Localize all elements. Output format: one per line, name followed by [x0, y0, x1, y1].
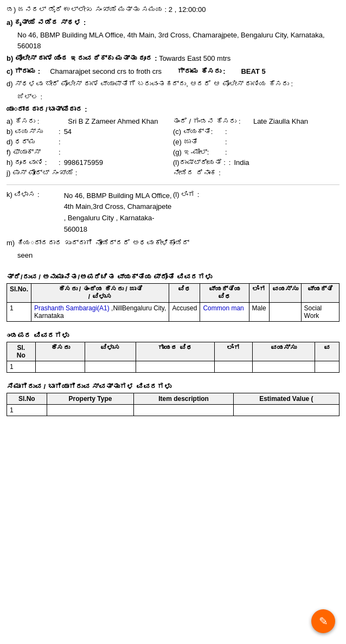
gender-col: (c) ವ್ಯಕ್ತಿ: : [173, 127, 339, 138]
accused-col-slno: Sl.No. [7, 283, 31, 302]
property-row-1: 1 [7, 404, 339, 416]
direction-distance-line: b) ಪೊಲೀಸ್ ಠಾಣೆ ಯಿಂದ ಇರುವ ದಿಕ್ಕು ಮತ್ತು ದೂ… [7, 53, 339, 64]
gd-reference-line: ಡ) ಜನರಲ್ ಡೈರಿ ಉಲ್ಲೇಖ ಸಂಖ್ಯೆ ಮತ್ತು ಸಮಯ : … [7, 4, 339, 15]
accused-name-1: Prashanth Sambaragi(A1) ,NillBengaluru C… [31, 302, 169, 321]
phone-nationality-row: h) ದೂರವಾಣಿ : : 9986175959 (l)ರಾಷ್ಟ್ರೀಯತೆ… [7, 158, 339, 169]
victim-row-1: 1 [7, 361, 339, 372]
victim-col-age: ವಯಸ್ಸು [253, 342, 315, 361]
victim-col-slno: Sl.No [7, 342, 36, 361]
accused-col-name: ಹೆಸರು / ತಂದೆಯ ಹೆಸರು / ಜಾತಿ/ ವಿಳಾಸ [31, 283, 169, 302]
victim-injury-1 [136, 361, 214, 372]
victim-table: Sl.No ಹೆಸರು ವಿಳಾಸ ಗಾಯದ ವಿಧ ಲಿಂಗ ವಯಸ್ಸು ವ… [7, 342, 339, 373]
victim-address-1 [85, 361, 136, 372]
accused-age-1 [269, 302, 301, 321]
passport-row: j) ಪಾಸ್ ಪೋರ್ಟ್ ಸಂಖ್ಯೆ : ನೀಡಿದ ದಿನಾಂಕ : [7, 169, 339, 179]
accused-table-header: Sl.No. ಹೆಸರು / ತಂದೆಯ ಹೆಸರು / ಜಾತಿ/ ವಿಳಾಸ… [7, 283, 339, 302]
victim-col-name: ಹೆಸರು [35, 342, 85, 361]
main-page: ಡ) ಜನರಲ್ ಡೈರಿ ಉಲ್ಲೇಖ ಸಂಖ್ಯೆ ಮತ್ತು ಸಮಯ : … [0, 0, 346, 420]
phone-col: h) ದೂರವಾಣಿ : : 9986175959 [7, 158, 173, 169]
father-col: ತಂದೆ / ಗಂಡನ ಹೆಸರು : Late Ziaulla Khan [173, 117, 339, 127]
fax-email-row: f) ಫ್ಯಾಕ್ಸ್ : (g) ಇ-ಮೇಲ್: : [7, 148, 339, 158]
passport-col: j) ಪಾಸ್ ಪೋರ್ಟ್ ಸಂಖ್ಯೆ : [7, 169, 173, 179]
victim-slno-1: 1 [7, 361, 36, 372]
victim-other-1 [315, 361, 339, 372]
complainant-section-label: ಯಾರ್ಾದದಾರ/ಬಾತ್ಮಿದಾರ : [7, 104, 339, 115]
property-section-title: ಸಿಮಾಗಿರುವ / ಬಾಗಿಯಾಗಿರುವ ಸ್ವತ್ತುಗಳ ವಿವರಗಳ… [7, 382, 339, 391]
seen-label: m) ಹಿಯರ್ಾದದಾರ ಖುದ್ದಾಗಿ ನೋಡಿದ್ದರೆ ಅಥವಾ ಕೇ… [7, 238, 339, 248]
property-col-slno: Sl.No [7, 393, 47, 404]
victim-section-title: ಂಡಪರ ವಿವರಗಳು [7, 331, 339, 340]
gender2-col: (l) ಲಿಂಗ : [173, 190, 339, 238]
name-father-row: a) ಹೆಸರು : Sri B Z Zameer Ahmed Khan ತಂದ… [7, 117, 339, 127]
address-gender2-row: k) ವಿಳಾಸ : No 46, BBMP Building MLA Offi… [7, 190, 339, 238]
age-col: b) ವಯಸ್ಸು : 54 [7, 127, 173, 138]
accused-col-gender: ಲಿಂಗ [249, 283, 269, 302]
victim-gender-1 [214, 361, 252, 372]
accused-section-title: ತ್ರಿ/ರುವ / ಅನುಮಾನಿತ/ಅಪರಿಚಿತ ವ್ಯಕ್ತಿಯ ಪ್ರ… [7, 273, 339, 281]
address-col: k) ವಿಳಾಸ : No 46, BBMP Building MLA Offi… [7, 190, 173, 238]
crime-location-value: No 46, BBMP Building MLA Office, 4th Mai… [7, 30, 339, 51]
section-divider-1 [7, 184, 339, 185]
accused-slno-1: 1 [7, 302, 31, 321]
nationality-col: (l)ರಾಷ್ಟ್ರೀಯತೆ : : India [173, 158, 339, 169]
name-col: a) ಹೆಸರು : Sri B Z Zameer Ahmed Khan [7, 117, 173, 127]
accused-col-occupation: ವ್ಯಕ್ತಿ [301, 283, 339, 302]
victim-col-injury: ಗಾಯದ ವಿಧ [136, 342, 214, 361]
district-label: ಜಿಲ್ಲ : [7, 92, 339, 103]
accused-col-person-type: ವ್ಯಕ್ತಿಯ ವಿಧ [200, 283, 249, 302]
property-col-value: Estimated Value ( [233, 393, 339, 404]
property-value-1 [233, 404, 339, 416]
property-col-type: Property Type [47, 393, 134, 404]
issued-col: ನೀಡಿದ ದಿನಾಂಕ : [173, 169, 339, 179]
other-station-line: d) ಸ್ಥಳವು ಬೇರೆ ಪೊಲೀಸ್ ಠಾಣೆ ವ್ಯಾಪ್ತಿಗೆ ಬರ… [7, 79, 339, 90]
property-table: Sl.No Property Type Item description Est… [7, 393, 339, 416]
accused-col-vidha: ವಿಧ [169, 283, 200, 302]
victim-table-header: Sl.No ಹೆಸರು ವಿಳಾಸ ಗಾಯದ ವಿಧ ಲಿಂಗ ವಯಸ್ಸು ವ [7, 342, 339, 361]
accused-vidha-1: Accused [169, 302, 200, 321]
fax-col: f) ಫ್ಯಾಕ್ಸ್ : [7, 148, 173, 158]
accused-row-1: 1 Prashanth Sambaragi(A1) ,NillBengaluru… [7, 302, 339, 321]
religion-caste-row: d) ಧರ್ಮ : (e) ಜಾತಿ : [7, 138, 339, 148]
victim-name-1 [35, 361, 85, 372]
seen-value: seen [7, 250, 339, 261]
religion-col: d) ಧರ್ಮ : [7, 138, 173, 148]
email-col: (g) ಇ-ಮೇಲ್: : [173, 148, 339, 158]
property-type-1 [47, 404, 134, 416]
victim-col-address: ವಿಳಾಸ [85, 342, 136, 361]
village-line: c) ಗ್ರಾಮ : Chamarajpet second crs to fro… [7, 66, 339, 77]
age-gender-row: b) ವಯಸ್ಸು : 54 (c) ವ್ಯಕ್ತಿ: : [7, 127, 339, 138]
accused-col-age: ವಯಸ್ಸು [269, 283, 301, 302]
accused-occupation-1: Social Work [301, 302, 339, 321]
victim-col-gender: ಲಿಂಗ [214, 342, 252, 361]
property-col-desc: Item description [134, 393, 233, 404]
property-table-header: Sl.No Property Type Item description Est… [7, 393, 339, 404]
property-slno-1: 1 [7, 404, 47, 416]
victim-col-other: ವ [315, 342, 339, 361]
accused-person-type-1: Common man [200, 302, 249, 321]
accused-gender-1: Male [249, 302, 269, 321]
property-desc-1 [134, 404, 233, 416]
victim-age-1 [253, 361, 315, 372]
accused-table: Sl.No. ಹೆಸರು / ತಂದೆಯ ಹೆಸರು / ಜಾತಿ/ ವಿಳಾಸ… [7, 283, 339, 322]
caste-col: (e) ಜಾತಿ : [173, 138, 339, 148]
crime-location-label: a) ಕೃತ್ಯೆ ನಡೆದ ಸ್ಥಳ : [7, 17, 339, 28]
